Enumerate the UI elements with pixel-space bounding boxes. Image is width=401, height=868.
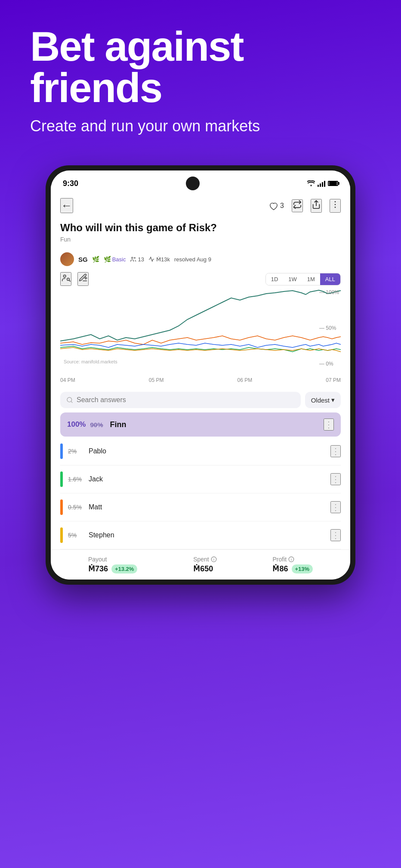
wifi-icon [307,180,315,186]
answer-more-pablo[interactable]: ⋮ [330,445,341,457]
search-input[interactable] [77,396,295,404]
profit-row: Ṁ86 +13% [272,564,313,574]
answer-row-stephen: 5% Stephen ⋮ [60,521,341,549]
answer-more-matt[interactable]: ⋮ [330,501,341,513]
answer-name-pablo: Pablo [89,447,325,455]
battery-icon [328,181,338,186]
answer-more-jack[interactable]: ⋮ [330,473,341,485]
leaf-icon-1: 🌿 [92,256,99,263]
svg-point-7 [64,275,66,278]
status-bar: 9:30 [51,170,350,194]
author-name: SG [78,256,88,263]
profit-badge: +13% [292,564,313,574]
profit-value: Ṁ86 [272,564,288,574]
chart-x-labels: 04 PM 05 PM 06 PM 07 PM [51,377,350,383]
heart-icon [269,202,278,210]
price-chart [60,289,341,358]
svg-point-4 [335,207,336,208]
svg-point-6 [134,257,135,258]
answer-pct-jack: 1.6% [68,476,83,483]
author-avatar [60,252,74,266]
time-all[interactable]: ALL [320,273,340,285]
answer-bar-jack [60,471,63,487]
more-button[interactable] [330,199,341,213]
question-section: Who will win this game of Risk? Fun [51,217,350,250]
answer-pct-winner-old: 90% [90,421,105,428]
hero-title: Bet against friends [30,26,371,108]
follow-button[interactable] [60,272,71,286]
search-input-wrapper[interactable] [60,392,301,408]
y-label-0: — 0% [319,361,339,367]
x-label-4: 07 PM [326,377,341,383]
svg-line-13 [71,401,72,403]
author-badge: 🌿 Basic [104,256,126,263]
y-label-100: — 100% [319,289,339,295]
profit-label: Profit [272,556,294,563]
answer-bar-stephen [60,527,63,543]
svg-point-5 [132,257,133,259]
time-1d[interactable]: 1D [266,273,284,285]
bottom-bar: Payout Ṁ736 +13.2% Spent [51,549,350,580]
x-label-3: 06 PM [238,377,253,383]
svg-point-0 [311,185,312,186]
status-icons [307,180,338,187]
answer-row-winner: 100% 90% Finn ⋮ [60,412,341,437]
answer-name-matt: Matt [89,503,325,511]
profit-stat: Profit Ṁ86 +13% [272,556,313,574]
answer-pct-stephen: 5% [68,532,83,539]
search-icon [66,397,73,403]
share-button[interactable] [311,199,322,213]
resolved-text: resolved Aug 9 [174,256,211,263]
retweet-icon [293,200,302,209]
time-filter: 1D 1W 1M ALL [265,273,341,285]
svg-line-9 [69,280,70,281]
x-label-1: 04 PM [60,377,75,383]
svg-point-3 [335,204,336,205]
answer-more-finn[interactable]: ⋮ [324,418,334,431]
pencil-plus-icon [78,273,88,282]
payout-label: Payout [88,556,107,563]
phone-mockup: 9:30 [46,165,355,585]
svg-point-2 [335,201,336,202]
info-icon-spent [211,556,217,562]
leaf-icon-2: 🌿 [104,256,111,263]
camera-notch [186,177,200,190]
people-icon [130,256,136,262]
hero-subtitle: Create and run your own markets [30,117,371,135]
payout-stat: Payout Ṁ736 +13.2% [88,556,138,574]
more-icon [330,200,340,209]
payout-value: Ṁ736 [88,564,108,574]
volume-stat: Ṁ13k [148,256,170,263]
time-1m[interactable]: 1M [302,273,320,285]
sort-button[interactable]: Oldest ▾ [305,392,341,408]
phone-screen: 9:30 [51,170,350,580]
add-button[interactable] [77,272,89,286]
back-button[interactable]: ← [60,198,73,213]
answer-pct-matt: 0.5% [68,504,83,511]
retweet-button[interactable] [292,199,303,212]
spent-value: Ṁ650 [193,564,213,574]
chart-y-labels: — 100% — 50% — 0% [319,289,339,367]
top-nav: ← 3 [51,194,350,217]
payout-row: Ṁ736 +13.2% [88,564,138,574]
signal-icon [318,180,325,187]
y-label-50: — 50% [319,325,339,331]
participant-count: 13 [130,256,144,263]
chart-icon [148,256,154,262]
answer-pct-pablo: 2% [68,448,83,455]
answer-bar-pablo [60,443,63,459]
chart-controls: 1D 1W 1M ALL [51,269,350,289]
answer-row-pablo: 2% Pablo ⋮ [60,437,341,465]
question-title: Who will win this game of Risk? [60,221,341,234]
share-icon [312,200,321,209]
like-action[interactable]: 3 [269,202,284,210]
info-icon-profit [288,556,294,562]
time-1w[interactable]: 1W [283,273,302,285]
answer-name-finn: Finn [110,420,318,429]
answer-more-stephen[interactable]: ⋮ [330,529,341,541]
person-search-icon [61,273,71,282]
question-category: Fun [60,236,341,243]
like-count: 3 [280,202,284,210]
chart-area: — 100% — 50% — 0% Source: manifold.marke… [51,289,350,375]
status-time: 9:30 [63,179,78,188]
